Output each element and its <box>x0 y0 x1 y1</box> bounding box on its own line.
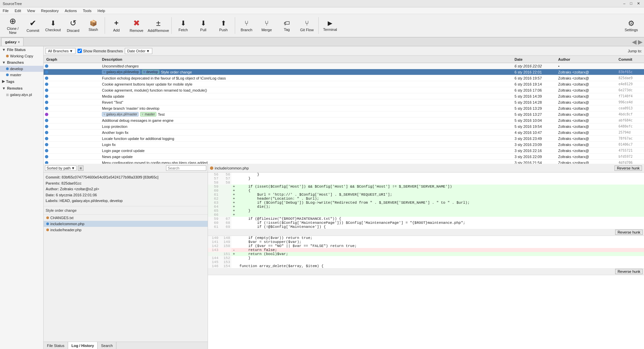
history-row[interactable]: News page update3 sty 2016 22:09Zoltraks… <box>44 154 644 160</box>
history-row[interactable]: Login page control update3 sty 2016 22:1… <box>44 148 644 154</box>
history-row[interactable]: Cookie agreement buttons layer update fo… <box>44 81 644 87</box>
sidebar-section-branches[interactable]: ▼ Branches <box>0 59 43 66</box>
add-remove-button[interactable]: ± Add/Remove <box>147 15 170 36</box>
file-list-item[interactable]: include/header.php <box>44 227 208 233</box>
history-row[interactable]: Revert "Test"5 sty 2016 14:28Zoltraks <z… <box>44 99 644 105</box>
sorted-by-arrow: ▼ <box>71 166 75 170</box>
date-cell: 5 sty 2016 13:29 <box>513 106 557 110</box>
sidebar-item-remote[interactable]: ⊞ galaxy.alyx.pl <box>0 92 43 98</box>
graph-cell <box>44 161 101 164</box>
chevron-right-icon: ▶ <box>2 79 5 84</box>
merge-button[interactable]: ⑂ Merge <box>257 15 277 36</box>
menu-edit[interactable]: Edit <box>13 9 22 13</box>
sidebar-item-master[interactable]: master <box>0 72 43 78</box>
sidebar-section-remotes[interactable]: ▼ Remotes <box>0 85 43 92</box>
show-remote-checkbox[interactable] <box>77 49 82 53</box>
push-icon: ⬆ <box>221 19 226 27</box>
fetch-button[interactable]: ⬇ Fetch <box>173 15 193 36</box>
commit-description: Another login fix <box>102 131 128 135</box>
commit-hash-cell: 4dfd706 <box>617 161 644 164</box>
settings-button[interactable]: ⚙ Settings <box>621 15 641 36</box>
stash-button[interactable]: 📦 Stash <box>83 15 103 36</box>
graph-dot-icon <box>45 149 48 152</box>
branch-filter-dropdown[interactable]: All Branches ▼ <box>46 48 75 54</box>
tag-button[interactable]: 🏷 Tag <box>277 15 297 36</box>
menu-file[interactable]: File <box>1 9 10 13</box>
history-row[interactable]: Function echolog deprecated in the favou… <box>44 75 644 81</box>
date-order-dropdown[interactable]: Date Order ▼ <box>125 48 152 54</box>
separator-3 <box>235 17 235 34</box>
tab-log-history[interactable]: Log / History <box>68 342 98 349</box>
repo-tab[interactable]: galaxy × <box>1 38 23 46</box>
history-row[interactable]: Login fix3 sty 2016 23:09Zoltraks <zolta… <box>44 142 644 148</box>
file-list-item[interactable]: CHANGES.txt <box>44 215 208 221</box>
menu-help[interactable]: Help <box>96 9 107 13</box>
tab-search[interactable]: Search <box>98 342 116 349</box>
author-cell: Zoltraks <zoltarx@ <box>557 70 617 74</box>
sidebar-section-filestatus[interactable]: ▼ File Status <box>0 46 43 53</box>
add-button[interactable]: + Add <box>106 15 126 36</box>
history-row[interactable]: Uncommitted changes6 sty 2016 22:02• <box>44 63 644 69</box>
commit-label: Commit: <box>46 175 62 179</box>
line-num-old: 145 <box>208 260 220 264</box>
reverse-hunk-btn[interactable]: Reverse hunk <box>615 269 643 274</box>
sidebar-item-develop[interactable]: develop <box>0 66 43 72</box>
reverse-hunk-button[interactable]: Reverse hunk <box>614 165 642 171</box>
history-row[interactable]: Loop protection5 sty 2016 19:54Zoltraks … <box>44 123 644 130</box>
push-button[interactable]: ⬆ Push <box>213 15 233 36</box>
minimize-btn[interactable]: – <box>622 1 627 6</box>
line-code: } <box>231 256 644 260</box>
history-row[interactable]: ⑂ galaxy.alyx.pl/master⑂ masterTest5 sty… <box>44 111 644 117</box>
diff-line: 5858 <box>208 181 644 185</box>
history-row[interactable]: ⑂ galaxy.alyx.pl/develop⑂ developStyle o… <box>44 69 644 75</box>
reverse-hunk-btn[interactable]: Reverse hunk <box>615 230 643 235</box>
terminal-icon: ▶ <box>328 19 332 27</box>
terminal-button[interactable]: ▶ Terminal <box>320 15 340 36</box>
line-num-old: 62 <box>208 197 220 201</box>
commit-button[interactable]: ✔ Commit <box>23 15 43 36</box>
menu-repository[interactable]: Repository <box>40 9 60 13</box>
sidebar-item-workingcopy[interactable]: Working Copy <box>0 53 43 59</box>
line-num-old: 59 <box>208 185 220 189</box>
clone-new-button[interactable]: ⊕ Clone / New <box>3 15 23 36</box>
file-list-item[interactable]: include/common.php <box>44 221 208 227</box>
tab-file-status[interactable]: File Status <box>44 342 68 349</box>
commit-description: Test <box>158 112 165 116</box>
show-remote-checkbox-label[interactable]: Show Remote Branches <box>77 49 123 53</box>
checkout-button[interactable]: ⬇ Checkout <box>43 15 63 36</box>
sidebar-section-tags[interactable]: ▶ Tags <box>0 78 43 85</box>
history-row[interactable]: Menu configuration moved to config.menu.… <box>44 160 644 164</box>
remove-button[interactable]: ✖ Remove <box>126 15 147 36</box>
author-cell: Zoltraks <zoltarx@ <box>557 112 617 116</box>
history-row[interactable]: Merge branch 'master' into develop5 sty … <box>44 105 644 111</box>
close-btn[interactable]: ✕ <box>636 1 641 6</box>
history-row[interactable]: Locale function update for additional lo… <box>44 136 644 142</box>
git-flow-button[interactable]: ⑂ Git Flow <box>297 15 317 36</box>
history-row[interactable]: Cookie agreement, module() function rena… <box>44 87 644 93</box>
graph-dot-icon <box>45 155 48 158</box>
window-controls[interactable]: – □ ✕ <box>622 1 641 6</box>
history-row[interactable]: Additional debug messages in game engine… <box>44 117 644 123</box>
date-cell: 6 sty 2016 22:02 <box>513 64 557 68</box>
file-search-input[interactable] <box>166 165 206 171</box>
menu-view[interactable]: View <box>26 9 37 13</box>
tab-close-btn[interactable]: × <box>18 40 20 44</box>
tabbar-nav[interactable]: ◀ ▶ <box>632 38 644 46</box>
sorted-by-dropdown[interactable]: Sorted by path ▼ <box>45 165 76 171</box>
history-row[interactable]: Media update5 sty 2016 14:39Zoltraks <zo… <box>44 93 644 99</box>
maximize-btn[interactable]: □ <box>629 1 634 6</box>
history-row[interactable]: Another login fix4 sty 2016 10:47Zoltrak… <box>44 130 644 136</box>
branch-button[interactable]: ⑂ Branch <box>236 15 257 36</box>
pull-button[interactable]: ⬇ Pull <box>193 15 213 36</box>
menu-tools[interactable]: Tools <box>82 9 93 13</box>
date-cell: 3 sty 2016 23:09 <box>513 143 557 147</box>
nav-prev-icon[interactable]: ◀ <box>632 38 637 46</box>
line-num-old: 61 <box>208 225 220 229</box>
nav-next-icon[interactable]: ▶ <box>638 38 643 46</box>
add-icon: + <box>114 19 119 28</box>
line-code <box>231 260 644 264</box>
view-toggle-btn[interactable]: ≡ <box>78 165 83 171</box>
separator-2 <box>171 17 172 34</box>
menu-actions[interactable]: Actions <box>63 9 78 13</box>
discard-button[interactable]: ↺ Discard <box>63 15 83 36</box>
